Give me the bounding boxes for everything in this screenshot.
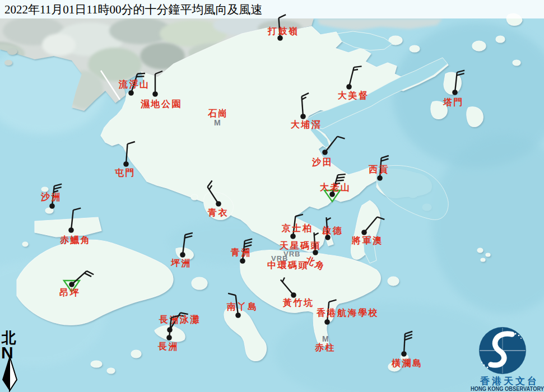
station-label: 將軍澳 — [351, 236, 383, 245]
station-dot — [452, 90, 458, 95]
station-dot — [152, 91, 158, 97]
station-dot — [68, 227, 74, 233]
station-dot — [235, 312, 241, 318]
station-label: 赤柱 — [314, 343, 336, 352]
station-dot — [322, 150, 328, 155]
station-dot — [69, 282, 75, 287]
station-dot — [300, 114, 306, 119]
station-label: 青衣 — [207, 208, 229, 217]
wind-map-page: 2022年11月01日11時00分的十分鐘平均風向及風速 北 N 香港天文台 H… — [0, 0, 544, 392]
station-dot — [329, 192, 335, 197]
hko-name-zh: 香港天文台 — [480, 376, 539, 386]
station-label: 黃竹坑 — [282, 298, 314, 307]
station-dot — [291, 292, 296, 298]
station-dot — [325, 235, 331, 240]
station-dot — [361, 230, 367, 235]
station-dot — [180, 252, 185, 258]
station-label: 昂坪 — [59, 288, 80, 297]
hk-wind-map: 2022年11月01日11時00分的十分鐘平均風向及風速 北 N 香港天文台 H… — [0, 0, 544, 392]
station-label: 橫瀾島 — [391, 358, 423, 368]
missing-data-marker: M — [322, 334, 329, 343]
station-dot — [324, 319, 330, 325]
station-dot — [240, 258, 245, 264]
station-dot — [377, 175, 383, 181]
station-label: 大美督 — [338, 90, 369, 100]
station-dot — [123, 161, 129, 167]
station-dot — [290, 234, 296, 239]
missing-data-marker: M — [214, 118, 221, 127]
station-label: 長洲泳灘 — [159, 314, 201, 324]
station-label: 青洲 — [230, 248, 252, 257]
station-label: 塔門 — [443, 97, 464, 107]
title-bar: 2022年11月01日11時00分的十分鐘平均風向及風速 — [0, 0, 544, 18]
station-label: 香港航海學校 — [316, 307, 379, 318]
station-label: 沙田 — [311, 157, 333, 167]
station-label: 屯門 — [114, 168, 136, 178]
station-dot — [216, 201, 221, 207]
hko-name-en: HONG KONG OBSERVATORY — [471, 386, 544, 392]
station-label: 中環碼頭 — [267, 260, 309, 270]
station-dot — [401, 351, 407, 357]
station-label: 大老山 — [320, 183, 351, 192]
station-dot — [277, 35, 283, 41]
station-label: 流浮山 — [118, 79, 150, 89]
compass-n-label: N — [1, 343, 13, 362]
station-label: 赤鱲角 — [59, 235, 91, 245]
station-label: 石崗 — [207, 109, 229, 118]
station-dot — [313, 250, 318, 255]
station-label: 沙洲 — [40, 192, 62, 202]
station-label: 天星碼頭 — [279, 241, 321, 251]
station-label: 京士柏 — [281, 223, 313, 233]
station-label: 濕地公園 — [140, 99, 182, 109]
station-dot — [49, 203, 55, 209]
station-dot — [128, 90, 134, 96]
station-dot — [166, 335, 172, 340]
station-label: 打鼓嶺 — [267, 26, 299, 36]
station-label: 大埔滘 — [291, 119, 322, 129]
station-label: 長洲 — [157, 342, 179, 351]
map-title: 2022年11月01日11時00分的十分鐘平均風向及風速 — [4, 3, 262, 16]
station-label: 坪洲 — [170, 258, 192, 268]
station-label: 啟德 — [322, 226, 343, 235]
station-label: 西貢 — [368, 165, 389, 175]
station-label: 南丫島 — [226, 302, 258, 311]
station-dot — [346, 84, 352, 90]
